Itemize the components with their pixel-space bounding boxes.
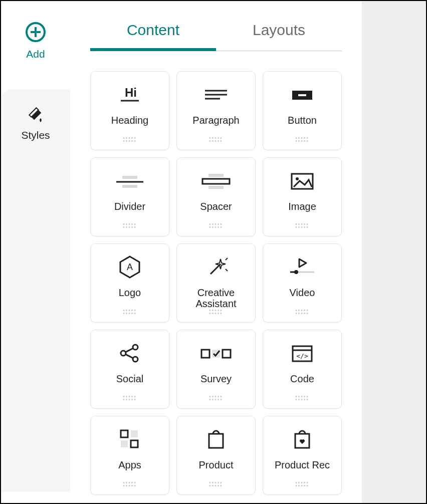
block-button[interactable]: Button •••••••••• bbox=[263, 71, 342, 150]
svg-point-31 bbox=[121, 351, 126, 356]
svg-point-32 bbox=[133, 357, 138, 362]
spacer-icon bbox=[199, 169, 233, 193]
drag-handle-icon: •••••••••• bbox=[123, 395, 137, 401]
block-product[interactable]: Product •••••••••• bbox=[176, 416, 256, 495]
block-label: Product bbox=[196, 459, 237, 470]
svg-text:Hi: Hi bbox=[125, 86, 137, 99]
apps-icon bbox=[119, 427, 141, 451]
block-label: Apps bbox=[115, 459, 144, 470]
svg-rect-16 bbox=[202, 179, 230, 184]
drag-handle-icon: •••••••••• bbox=[123, 137, 137, 143]
svg-point-19 bbox=[296, 177, 299, 180]
block-label: Social bbox=[113, 373, 146, 384]
block-logo[interactable]: A Logo •••••••••• bbox=[90, 243, 169, 323]
svg-rect-17 bbox=[208, 186, 224, 189]
drag-handle-icon: •••••••••• bbox=[295, 309, 309, 315]
sidebar-item-label: Add bbox=[26, 48, 45, 60]
block-label: Code bbox=[287, 373, 317, 384]
block-social[interactable]: Social •••••••••• bbox=[90, 330, 169, 409]
block-product-rec[interactable]: Product Rec •••••••••• bbox=[263, 416, 342, 495]
shopping-bag-heart-icon bbox=[291, 427, 313, 451]
svg-line-25 bbox=[226, 258, 228, 260]
svg-rect-44 bbox=[131, 440, 138, 447]
shopping-bag-icon bbox=[205, 427, 227, 451]
svg-rect-41 bbox=[121, 430, 128, 437]
tab-layouts[interactable]: Layouts bbox=[216, 22, 342, 51]
tab-label: Layouts bbox=[253, 22, 305, 38]
block-survey[interactable]: Survey •••••••••• bbox=[176, 330, 256, 409]
tab-label: Content bbox=[127, 22, 179, 38]
svg-line-24 bbox=[226, 269, 228, 271]
block-image[interactable]: Image •••••••••• bbox=[263, 157, 342, 236]
divider-icon bbox=[113, 169, 146, 193]
sidebar-item-styles[interactable]: Styles bbox=[1, 89, 70, 492]
svg-point-29 bbox=[294, 270, 298, 274]
image-icon bbox=[290, 169, 315, 193]
block-label: Heading bbox=[108, 115, 152, 126]
svg-rect-14 bbox=[122, 185, 137, 188]
block-label: Product Rec bbox=[272, 459, 333, 470]
magic-wand-icon bbox=[203, 255, 229, 279]
block-label: Image bbox=[285, 201, 319, 212]
block-spacer[interactable]: Spacer •••••••••• bbox=[176, 157, 256, 236]
sidebar-item-add[interactable]: Add bbox=[1, 14, 70, 69]
share-icon bbox=[118, 341, 141, 365]
code-icon: </> bbox=[290, 341, 315, 365]
drag-handle-icon: •••••••••• bbox=[123, 309, 137, 315]
drag-handle-icon: •••••••••• bbox=[209, 309, 223, 315]
block-creative-assistant[interactable]: Creative Assistant •••••••••• bbox=[176, 243, 256, 323]
blocks-grid: Hi Heading •••••••••• bbox=[70, 51, 362, 495]
block-label: Button bbox=[285, 115, 320, 126]
sidebar: Add Styles bbox=[1, 1, 70, 503]
drag-handle-icon: •••••••••• bbox=[295, 223, 309, 229]
paint-bucket-icon bbox=[26, 104, 46, 124]
drag-handle-icon: •••••••••• bbox=[209, 481, 223, 487]
block-label: Creative Assistant bbox=[177, 287, 255, 309]
svg-line-22 bbox=[210, 264, 221, 274]
drag-handle-icon: •••••••••• bbox=[209, 137, 223, 143]
block-label: Logo bbox=[116, 287, 144, 298]
svg-rect-11 bbox=[298, 94, 306, 96]
survey-icon bbox=[199, 341, 233, 365]
heading-icon: Hi bbox=[116, 83, 144, 107]
sidebar-item-label: Styles bbox=[21, 129, 50, 141]
paragraph-icon bbox=[202, 83, 230, 107]
block-label: Paragraph bbox=[189, 115, 242, 126]
block-divider[interactable]: Divider •••••••••• bbox=[90, 157, 169, 236]
svg-rect-42 bbox=[131, 430, 138, 437]
plus-circle-icon bbox=[25, 21, 47, 43]
svg-rect-12 bbox=[122, 176, 137, 179]
drag-handle-icon: •••••••••• bbox=[295, 137, 309, 143]
svg-point-30 bbox=[133, 345, 138, 350]
svg-rect-43 bbox=[121, 440, 128, 447]
svg-marker-26 bbox=[299, 259, 306, 267]
drag-handle-icon: •••••••••• bbox=[295, 395, 309, 401]
content-panel: Add Styles Content bbox=[1, 1, 362, 503]
block-code[interactable]: </> Code •••••••••• bbox=[263, 330, 342, 409]
svg-rect-15 bbox=[208, 174, 224, 177]
drag-handle-icon: •••••••••• bbox=[209, 395, 223, 401]
block-apps[interactable]: Apps •••••••••• bbox=[90, 416, 169, 495]
block-label: Spacer bbox=[197, 201, 235, 212]
block-paragraph[interactable]: Paragraph •••••••••• bbox=[176, 71, 256, 150]
svg-rect-35 bbox=[201, 350, 209, 358]
block-label: Divider bbox=[111, 201, 148, 212]
svg-text:</>: </> bbox=[296, 352, 308, 360]
logo-icon: A bbox=[117, 255, 142, 279]
svg-line-34 bbox=[125, 354, 133, 358]
svg-line-33 bbox=[125, 348, 133, 352]
block-label: Video bbox=[287, 287, 318, 298]
drag-handle-icon: •••••••••• bbox=[123, 223, 137, 229]
drag-handle-icon: •••••••••• bbox=[295, 481, 309, 487]
svg-rect-37 bbox=[223, 350, 231, 358]
main-area: Content Layouts Hi Heading ••••• bbox=[70, 1, 362, 503]
tabs: Content Layouts bbox=[90, 1, 342, 51]
button-icon bbox=[288, 83, 316, 107]
drag-handle-icon: •••••••••• bbox=[209, 223, 223, 229]
block-heading[interactable]: Hi Heading •••••••••• bbox=[90, 71, 169, 150]
tab-content[interactable]: Content bbox=[90, 22, 216, 51]
svg-rect-45 bbox=[209, 434, 223, 448]
block-label: Survey bbox=[197, 373, 235, 384]
svg-text:A: A bbox=[127, 262, 133, 272]
block-video[interactable]: Video •••••••••• bbox=[263, 243, 342, 323]
